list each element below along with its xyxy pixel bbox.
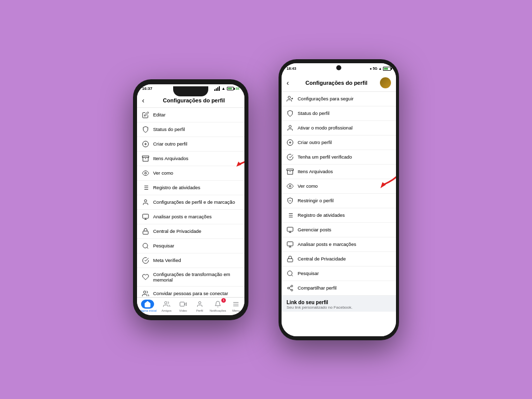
- svg-point-28: [288, 96, 291, 98]
- right-time: 18:43: [287, 66, 296, 71]
- left-menu-label-meta: Meta Verified: [153, 257, 181, 263]
- right-menu-item-profissional[interactable]: Ativar o modo profissional: [282, 121, 396, 136]
- svg-point-56: [288, 287, 290, 289]
- left-menu-item-config-perfil[interactable]: Configurações de perfil e de marcação: [137, 195, 244, 210]
- left-menu-label-convidar: Convidar pessoas para se conectar: [153, 291, 228, 296]
- svg-rect-14: [143, 214, 149, 218]
- right-avatar: [380, 77, 391, 88]
- right-menu-label-privacidade: Central de Privacidade: [298, 256, 346, 261]
- left-menu-item-status[interactable]: Status do perfil: [137, 122, 244, 137]
- svg-marker-5: [236, 162, 241, 167]
- svg-rect-46: [287, 227, 293, 231]
- tab-notifications[interactable]: 1 Notificações: [210, 300, 226, 312]
- left-menu-label-criar: Criar outro perfil: [153, 141, 187, 147]
- right-section-link: Link do seu perfil Seu link personalizad…: [282, 296, 396, 312]
- manage-posts-icon: [287, 226, 294, 233]
- left-menu-label-editar: Editar: [153, 112, 166, 117]
- svg-point-38: [289, 185, 291, 187]
- svg-point-24: [198, 301, 201, 304]
- right-menu-item-status[interactable]: Status do perfil: [282, 106, 396, 121]
- left-menu-label-privacidade: Central de Privacidade: [153, 228, 201, 234]
- right-back-button[interactable]: ‹: [287, 79, 289, 87]
- wifi-icon: ▲: [221, 86, 225, 91]
- notifications-badge: 1: [221, 298, 226, 303]
- right-menu-item-privacidade[interactable]: Central de Privacidade: [282, 252, 396, 267]
- right-menu-label-criar: Criar outro perfil: [298, 140, 332, 145]
- right-menu-label-arquivados: Itens Arquivados: [298, 169, 333, 174]
- professional-icon: [287, 124, 294, 131]
- svg-line-19: [147, 247, 149, 248]
- restrict-icon: [287, 197, 294, 204]
- right-menu-item-ver[interactable]: Ver como: [282, 179, 396, 194]
- heart-icon: [142, 274, 149, 281]
- right-menu-label-seguir: Configurações para seguir: [298, 96, 353, 101]
- right-menu-item-verificado[interactable]: Tenha um perfil verificado: [282, 150, 396, 165]
- left-menu-item-convidar[interactable]: Convidar pessoas para se conectar: [137, 287, 244, 297]
- left-menu-item-meta[interactable]: Meta Verified: [137, 253, 244, 268]
- eye-icon: [142, 170, 149, 177]
- right-menu-label-pesquisar: Pesquisar: [298, 271, 319, 276]
- right-plus-circle-icon: [287, 139, 294, 146]
- svg-point-13: [145, 199, 147, 202]
- tab-video[interactable]: Vídeo: [177, 300, 190, 312]
- tab-friends-label: Amigos: [162, 309, 172, 312]
- left-menu-item-ver[interactable]: Ver como: [137, 166, 244, 181]
- tab-friends[interactable]: Amigos: [160, 300, 173, 312]
- left-menu-item-privacidade[interactable]: Central de Privacidade: [137, 224, 244, 239]
- svg-point-20: [144, 291, 146, 293]
- right-menu-item-criar[interactable]: Criar outro perfil: [282, 136, 396, 150]
- right-menu-item-arquivados[interactable]: Itens Arquivados: [282, 165, 396, 179]
- left-menu-item-memorial[interactable]: Configurações de transformação em memori…: [137, 268, 244, 287]
- left-menu-item-pesquisar[interactable]: Pesquisar: [137, 239, 244, 253]
- shield-icon: [142, 126, 149, 133]
- right-menu-item-pesquisar[interactable]: Pesquisar: [282, 267, 396, 281]
- left-header-title: Configurações do perfil: [149, 97, 239, 103]
- lock-icon: [142, 228, 149, 235]
- svg-rect-35: [287, 169, 294, 170]
- right-status-icons: ● 5G ▲: [369, 67, 391, 71]
- tab-menu[interactable]: Menu: [229, 300, 242, 312]
- right-menu-label-restringir: Restringir o perfil: [298, 198, 334, 203]
- share-icon: [287, 285, 294, 292]
- left-menu-item-editar[interactable]: Editar: [137, 108, 244, 122]
- verified-icon: [142, 257, 149, 264]
- analyze-icon: [142, 213, 149, 220]
- left-menu-item-criar[interactable]: Criar outro perfil: [137, 137, 244, 152]
- svg-rect-49: [287, 241, 293, 245]
- plus-circle-icon: [142, 141, 149, 148]
- battery-icon-right: [383, 67, 391, 71]
- right-menu-label-ver: Ver como: [298, 183, 318, 189]
- svg-line-54: [292, 275, 293, 276]
- right-menu-item-compartilhar[interactable]: Compartilhar perfil: [282, 281, 396, 296]
- tab-profile[interactable]: Perfil: [193, 300, 206, 312]
- right-phone-screen: 18:43 ● 5G ▲ ‹ Configurações do perfil: [282, 63, 396, 336]
- right-section-subtitle: Seu link personalizado no Facebook.: [287, 305, 391, 310]
- right-menu-item-restringir[interactable]: Restringir o perfil: [282, 194, 396, 208]
- left-menu-label-config-perfil: Configurações de perfil e de marcação: [153, 199, 235, 205]
- right-menu-list: Configurações para seguir Status do perf…: [282, 92, 396, 336]
- right-menu-label-profissional: Ativar o modo profissional: [298, 125, 352, 130]
- left-back-button[interactable]: ‹: [142, 96, 145, 104]
- tab-home[interactable]: Página inicial: [139, 300, 156, 312]
- tab-menu-label: Menu: [232, 309, 240, 312]
- left-menu-item-analisar[interactable]: Analisar posts e marcações: [137, 210, 244, 224]
- signal-icon: [214, 86, 220, 91]
- svg-rect-23: [180, 302, 184, 306]
- right-menu-label-gerenciar: Gerenciar posts: [298, 227, 331, 232]
- tab-video-label: Vídeo: [179, 309, 187, 312]
- left-menu-item-arquivados[interactable]: Itens Arquivados: [137, 152, 244, 166]
- tab-notifications-label: Notificações: [210, 309, 226, 312]
- right-menu-item-seguir[interactable]: Configurações para seguir: [282, 92, 396, 106]
- right-archive-icon: [287, 168, 294, 175]
- right-menu-item-gerenciar[interactable]: Gerenciar posts: [282, 223, 396, 237]
- notch-left: [173, 86, 208, 96]
- left-menu-item-registro[interactable]: Registro de atividades: [137, 181, 244, 195]
- svg-marker-22: [184, 303, 186, 306]
- left-menu-list: Editar Status do perfil Criar outro perf…: [137, 108, 244, 297]
- right-menu-item-analisar[interactable]: Analisar posts e marcações: [282, 237, 396, 252]
- menu-tab-icon: [229, 300, 242, 309]
- right-menu-item-registro[interactable]: Registro de atividades: [282, 208, 396, 223]
- right-list-icon: [287, 212, 294, 219]
- left-status-icons: ▲ 88: [214, 86, 239, 91]
- home-tab-icon: [141, 300, 154, 309]
